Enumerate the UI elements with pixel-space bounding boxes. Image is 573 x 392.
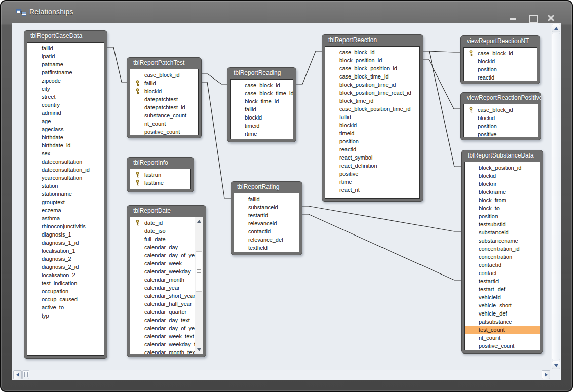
field-tblReportReaction-positive[interactable]: positive <box>325 170 419 178</box>
vertical-scroll-thumb[interactable] <box>552 33 560 360</box>
field-tblReportSubstanceData-vehicleid[interactable]: vehicleid <box>465 293 540 301</box>
titlebar[interactable]: Relationships <box>1 1 572 23</box>
table-tblReportDate[interactable]: tblReportDatedate_iddate_isofull_datecal… <box>127 205 206 357</box>
field-tblReportReaction-react_nt[interactable]: react_nt <box>325 186 419 194</box>
field-tblReportDate-calendar_quarter[interactable]: calendar_quarter <box>130 308 203 316</box>
field-tblReportSubstanceData-contact[interactable]: contact <box>465 269 540 277</box>
field-tblReportCaseData-dateconsultation[interactable]: dateconsultation <box>27 158 104 166</box>
field-tblReportCaseData-occup_caused[interactable]: occup_caused <box>27 295 104 303</box>
field-tblReportReaction-case_block_id[interactable]: case_block_id <box>325 48 419 56</box>
field-tblReportDate-calendar_half_year[interactable]: calendar_half_year <box>130 300 203 308</box>
field-tblReportPatchTest-nt_count[interactable]: nt_count <box>130 120 198 128</box>
field-tblReportReaction-reactid[interactable]: reactid <box>325 145 419 153</box>
field-tblReportDate-date_id[interactable]: date_id <box>130 219 203 227</box>
vertical-scrollbar[interactable] <box>551 23 561 370</box>
field-tblReportCaseData-diagnosis_2_id[interactable]: diagnosis_2_id <box>27 263 104 271</box>
field-scroll-up-button[interactable] <box>195 217 203 225</box>
relationship-line[interactable] <box>423 51 460 52</box>
field-tblReportReaction-fallid[interactable]: fallid <box>325 113 419 121</box>
table-title-tblReportDate[interactable]: tblReportDate <box>127 206 206 217</box>
field-tblReportReaction-block_time_id[interactable]: block_time_id <box>325 97 419 105</box>
field-tblReportCaseData-adminid[interactable]: adminid <box>27 109 104 117</box>
field-tblReportReaction-react_symbol[interactable]: react_symbol <box>325 153 419 162</box>
field-tblReportReaction-blockid[interactable]: blockid <box>325 121 419 129</box>
field-tblReportSubstanceData-concentration_id[interactable]: concentration_id <box>465 245 540 253</box>
field-tblReportSubstanceData-positive_count[interactable]: positive_count <box>465 342 540 350</box>
table-tblReportPatchTest[interactable]: tblReportPatchTestcase_block_idfallidblo… <box>127 57 202 138</box>
field-tblReportCaseData-diagnosis_1_id[interactable]: diagnosis_1_id <box>27 239 104 247</box>
table-field-scrollbar[interactable] <box>195 217 203 354</box>
field-tblReportReading-fallid[interactable]: fallid <box>231 105 293 113</box>
field-tblReportPatchTest-fallid[interactable]: fallid <box>130 79 198 87</box>
table-title-tblReportReading[interactable]: tblReportReading <box>227 68 296 79</box>
scroll-up-button[interactable] <box>552 24 560 32</box>
field-tblReportReaction-position[interactable]: position <box>325 137 419 145</box>
field-tblReportCaseData-station[interactable]: station <box>27 182 104 190</box>
field-tblReportCaseData-yearconsultation[interactable]: yearconsultation <box>27 174 104 182</box>
field-tblReportReaction-block_position_time_react_id[interactable]: block_position_time_react_id <box>325 89 419 97</box>
field-tblReportReaction-case_block_time_id[interactable]: case_block_time_id <box>325 72 419 81</box>
field-tblReportDate-full_date[interactable]: full_date <box>130 235 203 243</box>
field-tblReportReading-timeid[interactable]: timeid <box>231 122 293 130</box>
field-tblReportCaseData-city[interactable]: city <box>27 85 104 93</box>
field-tblReportReaction-block_position_id[interactable]: block_position_id <box>325 56 419 64</box>
field-tblReportSubstanceData-vehicle_short[interactable]: vehicle_short <box>465 301 540 309</box>
table-tblReportInfo[interactable]: tblReportInfolastrunlasttime <box>127 157 194 192</box>
field-tblReportSubstanceData-test_count[interactable]: test_count <box>465 326 540 334</box>
field-tblReportCaseData-ageclass[interactable]: ageclass <box>27 125 104 133</box>
field-viewReportReactionNT-reactid[interactable]: reactid <box>464 73 537 81</box>
field-tblReportCaseData-localisation_2[interactable]: localisation_2 <box>27 271 104 279</box>
table-tblReportSubstanceData[interactable]: tblReportSubstanceDatablock_position_idb… <box>461 150 543 354</box>
field-tblReportInfo-lastrun[interactable]: lastrun <box>130 171 190 179</box>
field-tblReportDate-calendar_week[interactable]: calendar_week <box>130 259 203 267</box>
field-tblReportCaseData-active_to[interactable]: active_to <box>27 303 104 311</box>
table-title-tblReportPatchTest[interactable]: tblReportPatchTest <box>127 58 201 69</box>
field-tblReportPatchTest-positive_count[interactable]: positive_count <box>130 128 198 135</box>
table-tblReportCaseData[interactable]: tblReportCaseDatafallidipatidpatnamepatf… <box>24 30 107 359</box>
field-tblReportReaction-react_definition[interactable]: react_definition <box>325 162 419 170</box>
table-tblReportReading[interactable]: tblReportReadingcase_block_idcase_block_… <box>227 67 296 142</box>
table-title-tblReportReaction[interactable]: tblReportReaction <box>322 35 423 46</box>
scroll-left-button[interactable] <box>13 370 22 379</box>
field-tblReportDate-calendar_day_text[interactable]: calendar_day_text <box>130 316 203 324</box>
field-tblReportSubstanceData-block_position_id[interactable]: block_position_id <box>465 164 540 172</box>
field-tblReportPatchTest-datepatchtest_id[interactable]: datepatchtest_id <box>130 103 198 111</box>
field-tblReportSubstanceData-blocknr[interactable]: blocknr <box>465 180 540 188</box>
field-tblReportCaseData-country[interactable]: country <box>27 101 104 109</box>
field-tblReportDate-calendar_month[interactable]: calendar_month <box>130 276 203 284</box>
field-tblReportRating-textfield[interactable]: textfield <box>234 244 299 252</box>
field-tblReportCaseData-occupation[interactable]: occupation <box>27 287 104 295</box>
field-tblReportReaction-rtime[interactable]: rtime <box>325 178 419 186</box>
field-tblReportCaseData-fallid[interactable]: fallid <box>27 44 104 52</box>
field-tblReportSubstanceData-testart_def[interactable]: testart_def <box>465 285 540 293</box>
horizontal-scrollbar[interactable] <box>12 370 551 380</box>
table-tblReportRating[interactable]: tblReportRatingfallidsubstanceidtestarti… <box>231 181 302 255</box>
table-title-tblReportCaseData[interactable]: tblReportCaseData <box>24 31 107 42</box>
relationship-line[interactable] <box>302 206 461 231</box>
table-title-tblReportSubstanceData[interactable]: tblReportSubstanceData <box>462 150 543 162</box>
field-tblReportReading-case_block_id[interactable]: case_block_id <box>231 81 293 89</box>
field-viewReportReactionPositive-case_block_id[interactable]: case_block_id <box>464 106 538 114</box>
field-tblReportCaseData-patfirstname[interactable]: patfirstname <box>27 68 104 76</box>
field-tblReportRating-relevance_def[interactable]: relevance_def <box>234 236 299 244</box>
field-tblReportReading-block_time_id[interactable]: block_time_id <box>231 97 293 105</box>
field-tblReportSubstanceData-substanceid[interactable]: substanceid <box>465 228 540 237</box>
field-viewReportReactionNT-case_block_id[interactable]: case_block_id <box>464 49 537 57</box>
field-tblReportSubstanceData-block_to[interactable]: block_to <box>465 204 540 212</box>
field-tblReportCaseData-street[interactable]: street <box>27 93 104 101</box>
field-tblReportDate-date_iso[interactable]: date_iso <box>130 227 203 235</box>
field-viewReportReactionPositive-position[interactable]: position <box>464 122 538 130</box>
field-tblReportDate-calendar_weekday_t[interactable]: calendar_weekday_t <box>130 340 203 348</box>
field-tblReportSubstanceData-contactid[interactable]: contactid <box>465 261 540 269</box>
horizontal-scroll-thumb[interactable] <box>22 370 29 379</box>
field-tblReportCaseData-diagnosis_2[interactable]: diagnosis_2 <box>27 255 104 263</box>
maximize-button[interactable] <box>527 14 537 22</box>
field-tblReportPatchTest-case_block_id[interactable]: case_block_id <box>130 71 198 79</box>
field-tblReportSubstanceData-concentration[interactable]: concentration <box>465 253 540 261</box>
field-viewReportReactionPositive-blockid[interactable]: blockid <box>464 114 538 122</box>
field-tblReportSubstanceData-blockname[interactable]: blockname <box>465 188 540 196</box>
field-tblReportReading-blockid[interactable]: blockid <box>231 113 293 122</box>
table-title-viewReportReactionPositive[interactable]: viewReportReactionPositive <box>461 93 541 104</box>
field-tblReportSubstanceData-block_from[interactable]: block_from <box>465 196 540 204</box>
field-tblReportCaseData-localisation_1[interactable]: localisation_1 <box>27 247 104 255</box>
